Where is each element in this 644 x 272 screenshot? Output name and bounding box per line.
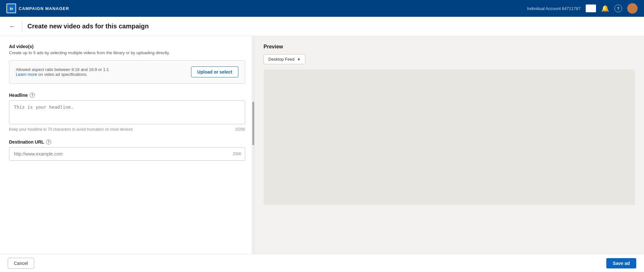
headline-label: Headline ? [9,93,245,98]
destination-help-icon[interactable]: ? [46,139,51,145]
account-switcher-box[interactable] [586,5,596,12]
nav-right: Individual Account 64711787 🔔 ? [527,3,638,14]
notification-icon[interactable]: 🔔 [601,5,609,12]
chevron-down-icon: ▼ [297,57,301,61]
video-section-title: Ad video(s) [9,44,245,49]
save-ad-button[interactable]: Save ad [606,258,636,268]
headline-help-icon[interactable]: ? [30,93,35,98]
destination-char-count: 2000 [233,152,241,156]
account-info-label: Individual Account 64711787 [527,6,581,11]
nav-left: in CAMPAIGN MANAGER [6,4,69,13]
footer: Cancel Save ad [0,254,644,272]
preview-area [264,69,635,205]
headline-input[interactable] [9,100,245,124]
preview-dropdown[interactable]: Desktop Feed ▼ [264,54,305,64]
page-title: Create new video ads for this campaign [27,23,149,30]
preview-title: Preview [264,44,635,50]
linkedin-logo: in [6,4,16,13]
upload-box: Allowed aspect ratio between 9:16 and 16… [9,60,245,84]
video-section: Ad video(s) Create up to 5 ads by select… [9,44,245,84]
subheader-divider [22,21,22,32]
subheader: ← Create new video ads for this campaign [0,17,644,36]
scroll-thumb[interactable] [252,102,254,145]
learn-more-link[interactable]: Learn more [16,72,37,77]
left-panel: Ad video(s) Create up to 5 ads by select… [0,36,255,254]
top-navigation: in CAMPAIGN MANAGER Individual Account 6… [0,0,644,17]
headline-char-count: 0/200 [235,127,245,132]
video-section-subtitle: Create up to 5 ads by selecting multiple… [9,50,245,55]
aspect-ratio-text: Allowed aspect ratio between 9:16 and 16… [16,67,109,72]
right-panel: Preview Desktop Feed ▼ [255,36,644,254]
app-title: CAMPAIGN MANAGER [19,6,69,11]
upload-select-button[interactable]: Upload or select [191,66,238,77]
headline-hint-row: Keep your headline to 70 characters to a… [9,127,245,132]
main-content: Ad video(s) Create up to 5 ads by select… [0,36,644,254]
avatar[interactable] [627,3,638,14]
cancel-button[interactable]: Cancel [8,258,34,269]
destination-url-input[interactable] [9,147,245,161]
headline-hint-text: Keep your headline to 70 characters to a… [9,127,133,132]
destination-label: Destination URL ? [9,139,245,145]
help-icon[interactable]: ? [614,5,622,12]
scroll-indicator [252,36,254,254]
headline-group: Headline ? Keep your headline to 70 char… [9,93,245,132]
upload-box-text: Allowed aspect ratio between 9:16 and 16… [16,67,109,77]
learn-more-line: Learn more on video ad specifications. [16,72,109,77]
avatar-image [627,3,638,14]
back-button[interactable]: ← [8,21,17,31]
destination-group: Destination URL ? 2000 [9,139,245,161]
preview-dropdown-label: Desktop Feed [268,57,294,62]
destination-input-wrapper: 2000 [9,147,245,161]
